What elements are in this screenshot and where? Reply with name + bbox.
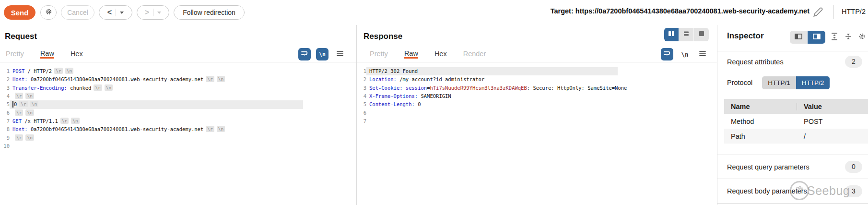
protocol-http2-button[interactable]: HTTP/2 [796,76,830,89]
request-editor[interactable]: 1POST / HTTP/2\r\n2Host: 0a7200bf0465414… [0,62,356,205]
code-line[interactable]: 9\r\n [0,134,303,142]
request-editor-menu-button[interactable] [334,48,346,60]
request-attributes-label: Request attributes [727,58,845,66]
code-text: GET /x HTTP/1.1\r\n [12,117,80,125]
response-editor[interactable]: 1HTTP/2 302 Found2Location: /my-account?… [357,62,717,205]
response-editor-toolbar: \n [661,48,709,60]
count-badge: 0 [845,161,862,173]
crlf-badge: \r [19,101,27,107]
back-arrow-icon: < [107,8,112,17]
single-pane-icon [698,30,705,39]
code-line[interactable]: 7GET /x HTTP/1.1\r\n [0,117,303,125]
request-tab-hex[interactable]: Hex [70,50,83,59]
expand-all-button[interactable] [830,32,839,43]
line-number: 5 [357,100,366,109]
word-wrap-toggle-button[interactable] [298,48,311,60]
word-wrap-icon [663,49,671,60]
code-line[interactable]: 6 [357,109,618,117]
table-row[interactable]: Path / [724,129,868,144]
response-tab-raw[interactable]: Raw [404,49,418,59]
request-attributes-section[interactable]: Request attributes 2 [717,51,868,72]
code-line[interactable]: 4\r\n [0,92,303,100]
code-line[interactable]: 2Location: /my-account?id=administrator [357,75,618,84]
back-button[interactable]: < [99,5,132,20]
edit-target-button[interactable] [812,6,824,18]
collapse-all-button[interactable] [844,32,853,43]
follow-redirection-button[interactable]: Follow redirection [174,5,245,20]
crlf-badge: \n [65,68,73,74]
count-badge: 3 [845,185,862,197]
body-parameters-label: Request body parameters [727,187,845,195]
layout-split-rows-button[interactable] [679,28,694,41]
code-text: Content-Length: 0 [369,100,421,109]
body-parameters-section[interactable]: Request body parameters 3 [717,179,868,203]
dock-left-button[interactable] [790,31,808,44]
word-wrap-icon [300,49,309,60]
crlf-badge: \r [206,126,214,132]
cancel-button[interactable]: Cancel [61,5,94,20]
crlf-badge: \n [25,134,34,141]
send-settings-button[interactable] [40,5,57,20]
request-tab-raw[interactable]: Raw [40,49,54,59]
request-tab-pretty[interactable]: Pretty [6,50,24,59]
code-line[interactable]: 10 [0,142,303,150]
dock-right-button[interactable] [808,31,825,44]
code-text: Host: 0a7200bf0465414380e68aa700240081.w… [12,125,225,133]
crlf-badge: \r [54,68,62,74]
inspector-panel: Inspector [717,25,868,205]
show-nonprintable-toggle-button[interactable]: \n [679,48,691,60]
response-editor-menu-button[interactable] [696,48,709,60]
back-history-dropdown-icon[interactable] [120,12,124,14]
code-line[interactable]: 2Host: 0a7200bf0465414380e68aa700240081.… [0,75,303,84]
layout-single-pane-button[interactable] [694,28,709,41]
crlf-badge: \r [94,84,102,91]
code-line[interactable]: 8Host: 0a7200bf0465414380e68aa700240081.… [0,125,303,133]
attribute-name: Method [724,118,797,125]
code-line[interactable]: 4X-Frame-Options: SAMEORIGIN [357,92,618,100]
response-layout-toggle [664,28,709,41]
code-line[interactable]: 50\r\n [0,100,303,109]
inspector-settings-button[interactable] [857,32,867,43]
protocol-row: Protocol HTTP/1 HTTP/2 [717,73,868,92]
table-header-row: Name Value [724,99,868,114]
target-url-bar: Target: https://0a7200bf0465414380e68aa7… [551,7,809,15]
forward-history-dropdown-icon[interactable] [157,12,161,14]
code-line[interactable]: 5Content-Length: 0 [357,100,618,109]
response-tab-hex[interactable]: Hex [434,50,447,59]
line-number: 7 [357,117,366,125]
code-line[interactable]: 7 [357,117,618,125]
query-parameters-section[interactable]: Request query parameters 0 [717,155,868,179]
code-line[interactable]: 3Set-Cookie: session=hTi7sNuudeR99YHcsm3… [357,84,618,92]
show-nonprintable-toggle-button[interactable]: \n [316,48,328,60]
layout-split-columns-button[interactable] [664,28,679,41]
response-tab-render[interactable]: Render [463,50,486,59]
protocol-label: Protocol [727,79,752,86]
protocol-http1-button[interactable]: HTTP/1 [762,76,796,89]
line-number: 1 [0,67,10,75]
attribute-value: / [797,133,868,140]
code-line[interactable]: 1HTTP/2 302 Found [357,67,618,75]
word-wrap-toggle-button[interactable] [661,48,673,60]
line-number: 6 [357,109,366,117]
attribute-value: POST [797,118,868,125]
code-line[interactable]: 6\r\n [0,109,303,117]
code-text: Set-Cookie: session=hTi7sNuudeR99YHcsm3l… [369,84,627,92]
crlf-badge: \r [15,93,23,99]
code-line[interactable]: 3Transfer-Encoding: chunked\r\n [0,84,303,92]
target-label: Target: [551,7,574,15]
table-row[interactable]: Method POST [724,114,868,129]
code-line[interactable]: 1POST / HTTP/2\r\n [0,67,303,75]
inspector-dock-toggle [790,31,825,44]
toolbar-protocol-label: HTTP/2 [842,8,866,15]
send-button[interactable]: Send [4,5,35,20]
forward-button[interactable]: > [137,5,169,20]
expand-all-icon [830,35,839,43]
line-number: 4 [0,92,10,100]
code-text: \r\n [12,92,34,100]
line-number: 7 [0,117,10,125]
crlf-badge: \r [15,109,23,116]
crlf-badge: \n [71,118,79,124]
target-url: https://0a7200bf0465414380e68aa700240081… [575,7,809,15]
response-tab-pretty[interactable]: Pretty [370,50,388,59]
hamburger-icon [698,48,707,60]
